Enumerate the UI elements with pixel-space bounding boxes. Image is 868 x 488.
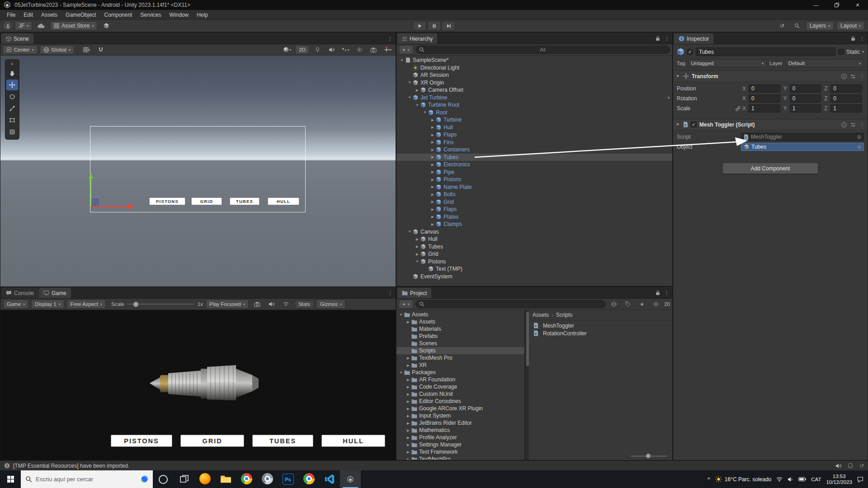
hierarchy-item-samplescene[interactable]: ▼SampleScene* (396, 56, 672, 64)
pause-button[interactable] (427, 21, 441, 31)
hierarchy-item-pistons[interactable]: ▼Pistons (396, 258, 672, 266)
hierarchy-item-tubes[interactable]: ▶Tubes (396, 154, 672, 161)
tab-console[interactable]: Console (1, 288, 38, 298)
taskbar-app-cortana[interactable] (153, 470, 174, 488)
pivot-mode-dropdown[interactable]: Center▾ (3, 45, 38, 54)
expand-right-icon[interactable]: ▶ (406, 428, 411, 432)
tab-inspector[interactable]: Inspector (674, 33, 713, 44)
hierarchy-item-directional-light[interactable]: Directional Light (396, 64, 672, 72)
project-folder-prefabs[interactable]: Prefabs (396, 333, 524, 340)
object-reference-field[interactable]: Tubes ⊙ (741, 143, 864, 151)
transform-tool-button[interactable] (6, 127, 18, 137)
foldout-arrow-icon[interactable]: ▼ (676, 122, 680, 127)
scene-visibility-icon[interactable] (354, 45, 365, 54)
expand-right-icon[interactable]: ▶ (430, 215, 435, 219)
rotate-tool-button[interactable] (6, 91, 18, 102)
search-by-type-icon[interactable] (608, 300, 620, 309)
static-toggle[interactable]: Static ▾ (838, 49, 864, 55)
foldout-arrow-icon[interactable]: ▼ (676, 74, 680, 78)
hierarchy-item-tubes[interactable]: ▶Tubes (396, 243, 672, 251)
minimize-button[interactable]: — (806, 0, 826, 10)
expand-right-icon[interactable]: ▶ (406, 443, 411, 447)
project-file-meshtoggler[interactable]: #MeshToggler (529, 322, 672, 329)
rect-tool-button[interactable] (6, 115, 18, 126)
preset-icon[interactable] (850, 74, 856, 79)
hierarchy-item-hull[interactable]: ▶Hull (396, 235, 672, 243)
position-y-field[interactable]: 0 (790, 84, 821, 93)
expand-right-icon[interactable]: ▶ (430, 133, 435, 137)
rotation-y-field[interactable]: 0 (790, 94, 821, 103)
vsync-icon[interactable] (280, 300, 292, 309)
notification-center-icon[interactable] (857, 476, 863, 483)
mute-icon[interactable] (835, 463, 841, 469)
snap-increment-icon[interactable] (95, 45, 107, 54)
clock-widget[interactable]: 13:5310/12/2023 (826, 474, 852, 485)
position-z-field[interactable]: 0 (830, 84, 862, 93)
help-icon[interactable]: ? (841, 74, 847, 79)
hierarchy-item-clamps[interactable]: ▶Clamps (396, 221, 672, 228)
component-menu-icon[interactable]: ⋮ (859, 122, 865, 128)
rotation-z-field[interactable]: 0 (830, 94, 862, 103)
expand-right-icon[interactable]: ▶ (406, 457, 411, 460)
taskbar-app-firefox[interactable] (194, 470, 215, 488)
active-checkbox[interactable] (687, 49, 693, 55)
panel-menu-icon[interactable]: ⋮ (387, 35, 393, 42)
expand-down-icon[interactable]: ▼ (399, 58, 405, 62)
taskbar-app-chrome[interactable] (236, 470, 257, 488)
expand-right-icon[interactable]: ▶ (430, 125, 435, 129)
expand-right-icon[interactable]: ▶ (406, 450, 411, 454)
expand-right-icon[interactable]: ▶ (406, 414, 411, 418)
game-ui-button-grid[interactable]: GRID (180, 435, 244, 447)
link-icon[interactable] (735, 106, 741, 111)
account-avatar[interactable] (4, 22, 12, 30)
hierarchy-item-xr-origin[interactable]: ▼XR Origin (396, 79, 672, 87)
layer-dropdown[interactable]: Default▾ (785, 59, 864, 67)
project-folder-assets[interactable]: ▼Assets (396, 311, 524, 318)
component-menu-icon[interactable]: ⋮ (859, 73, 865, 80)
step-button[interactable] (442, 21, 455, 31)
taskbar-app-unity[interactable] (340, 470, 361, 488)
battery-icon[interactable] (798, 477, 806, 481)
expand-right-icon[interactable]: ▶ (430, 178, 435, 182)
project-folder-google-arcore-xr-plugin[interactable]: ▶Google ARCore XR Plugin (396, 405, 524, 412)
project-folder-mathematics[interactable]: ▶Mathematics (396, 427, 524, 434)
taskbar-app-file-explorer[interactable] (215, 470, 236, 488)
expand-right-icon[interactable]: ▶ (406, 399, 411, 404)
tray-expand-icon[interactable]: ^ (708, 476, 710, 483)
component-enabled-checkbox[interactable] (691, 122, 697, 127)
tab-project[interactable]: Project (397, 288, 431, 298)
expand-right-icon[interactable]: ▶ (406, 363, 411, 367)
stats-button[interactable]: Stats (295, 300, 314, 309)
hierarchy-item-flaps[interactable]: ▶Flaps (396, 206, 672, 213)
mesh-toggler-component-header[interactable]: ▼ # Mesh Toggler (Script) ? ⋮ (673, 119, 868, 130)
grid-snap-icon[interactable]: ▾ (81, 45, 93, 54)
project-folder-editor-coroutines[interactable]: ▶Editor Coroutines (396, 398, 524, 405)
expand-right-icon[interactable]: ▶ (406, 407, 411, 411)
scene-viewport[interactable]: PISTONSGRIDTUBESHULL ≡ (0, 56, 396, 286)
scene-lighting-icon[interactable] (311, 45, 323, 54)
scene-ui-button-pistons[interactable]: PISTONS (149, 197, 185, 205)
project-folder-materials[interactable]: Materials (396, 325, 524, 333)
expand-down-icon[interactable]: ▼ (415, 259, 420, 263)
expand-right-icon[interactable]: ▶ (430, 222, 435, 226)
expand-down-icon[interactable]: ▼ (398, 313, 404, 317)
help-icon[interactable]: ? (841, 122, 847, 127)
project-folder-code-coverage[interactable]: ▶Code Coverage (396, 383, 524, 390)
hierarchy-item-root[interactable]: ▼Root (396, 109, 672, 117)
hierarchy-item-flaps[interactable]: ▶Flaps (396, 131, 672, 139)
taskbar-app-chrome-alt[interactable] (298, 470, 319, 488)
play-focused-dropdown[interactable]: Play Focused▾ (206, 300, 249, 309)
expand-right-icon[interactable]: ▶ (430, 163, 435, 167)
static-checkbox[interactable] (838, 49, 844, 55)
project-folder-profile-analyzer[interactable]: ▶Profile Analyzer (396, 434, 524, 441)
lock-icon[interactable] (656, 290, 660, 296)
hierarchy-item-camera-offset[interactable]: ▶Camera Offset (396, 86, 672, 94)
save-search-icon[interactable]: ★ (636, 300, 648, 309)
scale-slider[interactable] (127, 304, 195, 305)
rotation-x-field[interactable]: 0 (749, 94, 780, 103)
camera-settings-icon[interactable] (368, 45, 379, 54)
expand-down-icon[interactable]: ▼ (415, 103, 420, 107)
project-folder-assets[interactable]: ▶Assets (396, 318, 524, 325)
search-by-label-icon[interactable] (622, 300, 634, 309)
hierarchy-item-text-tmp[interactable]: Text (TMP) (396, 265, 672, 273)
